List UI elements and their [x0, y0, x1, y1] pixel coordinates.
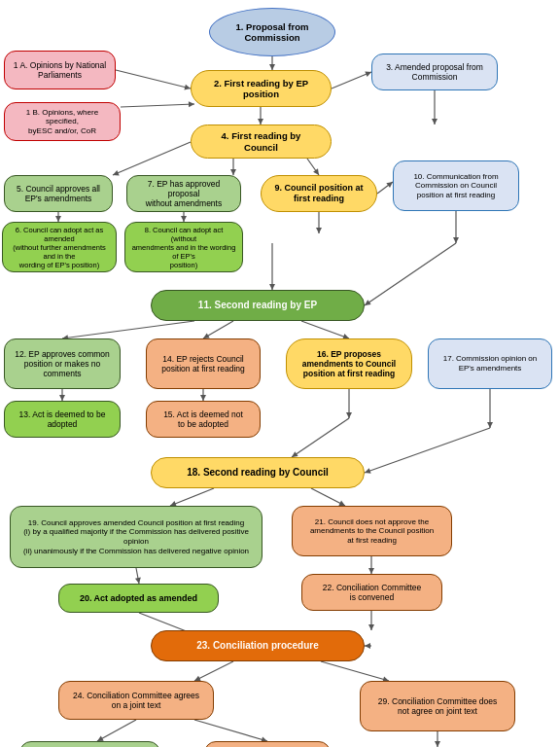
node-29: 29. Conciliation Committee does not agre…: [360, 681, 515, 731]
node-10: 10. Communication from Commission on Cou…: [393, 160, 519, 211]
svg-line-66: [321, 661, 389, 681]
svg-marker-59: [368, 624, 374, 630]
svg-line-4: [121, 104, 194, 107]
node-3: 3. Amended proposal from Commission: [371, 53, 498, 90]
svg-line-8: [332, 72, 371, 89]
node-11: 11. Second reading by EP: [151, 290, 365, 321]
svg-line-44: [292, 418, 349, 457]
svg-line-12: [113, 142, 191, 175]
node-18: 18. Second reading by Council: [151, 457, 365, 488]
svg-line-48: [365, 428, 490, 473]
svg-marker-5: [189, 101, 194, 107]
svg-line-30: [377, 182, 393, 194]
svg-marker-11: [432, 119, 438, 124]
svg-marker-17: [313, 168, 319, 175]
node-14: 14. EP rejects Council position at first…: [146, 338, 261, 389]
node-5: 5. Council approves all EP's amendments: [4, 175, 113, 212]
node-6: 6. Council can adopt act as amended (wit…: [2, 222, 117, 272]
svg-marker-29: [365, 300, 371, 305]
svg-line-32: [62, 321, 194, 338]
node-23: 23. Conciliation procedure: [151, 630, 365, 661]
node-16: 16. EP proposes amendments to Council po…: [286, 338, 412, 389]
node-12: 12. EP approves common position or makes…: [4, 338, 121, 389]
svg-line-16: [307, 159, 319, 175]
svg-marker-43: [346, 412, 352, 418]
svg-line-28: [365, 243, 456, 305]
svg-line-54: [136, 568, 139, 584]
node-24: 24. Conciliation Committee agrees on a j…: [58, 681, 214, 720]
svg-marker-31: [386, 182, 393, 188]
node-1a: 1 A. Opinions by National Parliaments: [4, 51, 116, 89]
svg-marker-23: [316, 228, 322, 233]
node-1: 1. Proposal from Commission: [209, 8, 335, 56]
svg-line-70: [194, 720, 267, 741]
svg-line-68: [97, 720, 136, 741]
node-8: 8. Council can adopt act (without amendm…: [124, 222, 243, 272]
node-25: 25. EP and Council adopt act concerned i…: [19, 741, 160, 747]
svg-marker-49: [365, 468, 371, 474]
node-27: 27. EP and Council do not approve joint …: [204, 741, 331, 747]
svg-marker-27: [453, 237, 459, 243]
node-1b: 1 B. Opinions, where specified, byESC an…: [4, 102, 121, 141]
svg-line-50: [170, 488, 214, 506]
svg-marker-9: [365, 72, 371, 78]
node-7: 7. EP has approved proposal without amen…: [126, 175, 241, 212]
svg-line-34: [203, 321, 233, 338]
svg-line-64: [194, 661, 233, 681]
node-21: 21. Council does not approve the amendme…: [292, 506, 452, 556]
svg-marker-13: [113, 170, 120, 176]
svg-marker-61: [365, 643, 370, 649]
svg-line-36: [301, 321, 349, 338]
node-13: 13. Act is deemed to be adopted: [4, 401, 121, 438]
node-15: 15. Act is deemed not to be adopted: [146, 401, 261, 438]
node-17: 17. Commission opinion on EP's amendment…: [428, 338, 552, 389]
node-20: 20. Act adopted as amended: [58, 584, 219, 613]
svg-marker-15: [230, 169, 236, 175]
svg-marker-47: [487, 422, 493, 428]
svg-line-52: [311, 488, 345, 506]
node-4: 4. First reading by Council: [191, 124, 332, 159]
node-22: 22. Conciliation Committee is convened: [301, 574, 442, 611]
node-19: 19. Council approves amended Council pos…: [10, 506, 262, 568]
node-9: 9. Council position at first reading: [261, 175, 377, 212]
node-2: 2. First reading by EP position: [191, 70, 332, 107]
svg-line-2: [116, 70, 191, 89]
